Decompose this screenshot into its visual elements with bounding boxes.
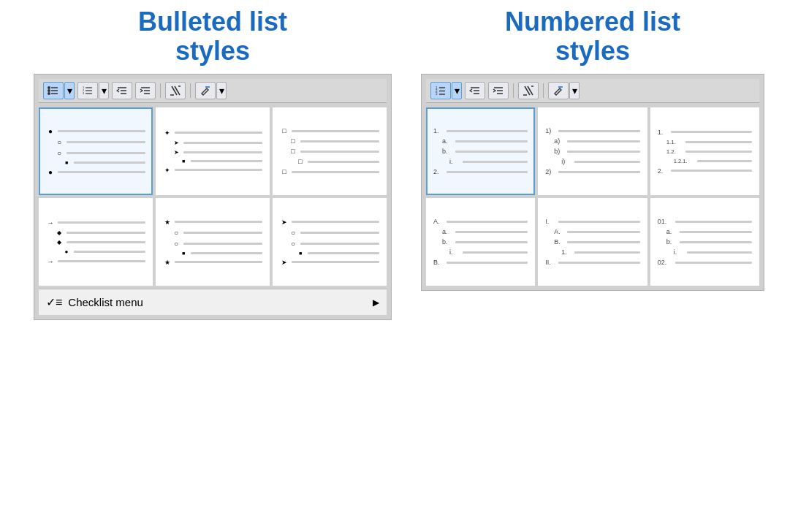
pen-dropdown-arrow[interactable]: ▾ — [216, 82, 227, 99]
bullet-style-card-1[interactable]: ● ○ ○ ■ ● — [39, 107, 153, 195]
list-row: ■ — [62, 160, 145, 165]
list-row: 2. — [658, 167, 752, 175]
list-row: B. — [554, 238, 639, 246]
list-row: □ — [280, 168, 379, 175]
toolbar-divider-2 — [190, 83, 191, 98]
toolbar-divider-3 — [513, 83, 514, 98]
numbered-title: Numbered list styles — [505, 7, 680, 65]
checklist-label: Checklist menu — [68, 296, 143, 308]
toolbar-divider-4 — [543, 83, 544, 98]
list-row: □ — [289, 148, 379, 155]
list-row: ➤ — [280, 218, 379, 226]
list-row: a. — [442, 228, 528, 235]
num-list-dropdown[interactable]: 1 2 3 ▾ — [77, 82, 109, 99]
pen-btn[interactable] — [195, 82, 216, 99]
num-list-btn[interactable]: 1 2 3 — [77, 82, 98, 99]
list-row: □ — [280, 127, 379, 134]
bullet-dropdown-arrow[interactable]: ▾ — [64, 82, 75, 99]
list-row: ● — [46, 127, 145, 135]
list-row: b) — [554, 148, 639, 155]
svg-line-36 — [528, 86, 533, 95]
indent-less-btn-2[interactable] — [465, 82, 485, 99]
bullet-style-card-4[interactable]: → ◆ ◆ ● → — [39, 198, 153, 286]
list-row: b. — [442, 238, 528, 246]
bulleted-panel: ▾ 1 2 3 ▾ — [34, 74, 392, 320]
list-row: ○ — [289, 240, 379, 248]
bullet-style-card-3[interactable]: □ □ □ □ □ — [273, 107, 387, 195]
svg-text:3: 3 — [436, 92, 438, 96]
pen-dropdown-arrow-2[interactable]: ▾ — [569, 82, 580, 99]
num-style-card-3[interactable]: 1. 1.1. 1.2. 1.2.1. 2. — [650, 107, 759, 195]
list-row: ● — [46, 168, 145, 176]
list-row: → — [46, 258, 145, 265]
list-row: ★ — [163, 259, 262, 266]
pen-btn-2[interactable] — [548, 82, 569, 99]
num-style-card-6[interactable]: 01. a. b. i. 02. — [650, 198, 759, 286]
list-row: B. — [433, 259, 528, 266]
clear-format-btn[interactable] — [165, 82, 186, 99]
list-row: 1. — [658, 129, 752, 136]
list-row: i) — [561, 158, 639, 165]
list-row: a. — [666, 228, 752, 235]
num-style-card-5[interactable]: I. A. B. 1. II. — [538, 198, 647, 286]
list-row: 1. — [433, 127, 528, 134]
list-row: ➤ — [172, 140, 262, 146]
list-row: 1.1. — [666, 139, 752, 145]
svg-line-19 — [175, 86, 180, 95]
toolbar-divider-1 — [160, 83, 161, 98]
bullet-style-card-2[interactable]: ✦ ➤ ➤ ■ ✦ — [156, 107, 270, 195]
list-row: 1.2. — [666, 148, 752, 155]
bulleted-styles-grid: ● ○ ○ ■ ● — [39, 107, 387, 286]
num-list-dropdown-2[interactable]: 1 2 3 ▾ — [430, 82, 462, 99]
num-dropdown-arrow[interactable]: ▾ — [99, 82, 109, 99]
bulleted-toolbar: ▾ 1 2 3 ▾ — [39, 79, 387, 103]
list-row: 1) — [545, 127, 639, 134]
svg-point-4 — [48, 93, 50, 94]
list-row: a. — [442, 137, 528, 145]
list-row: ○ — [172, 229, 262, 237]
num-style-card-4[interactable]: A. a. b. i. B. — [426, 198, 535, 286]
list-row: a) — [554, 137, 639, 145]
indent-less-btn[interactable] — [112, 82, 132, 99]
list-row: ■ — [179, 159, 262, 164]
list-row: II. — [545, 259, 639, 266]
bullet-list-btn[interactable] — [43, 82, 64, 99]
svg-point-0 — [48, 87, 50, 88]
list-row: A. — [554, 228, 639, 235]
pen-dropdown-2[interactable]: ▾ — [548, 82, 580, 99]
list-row: ● — [62, 248, 145, 255]
bulleted-section: Bulleted list styles ▾ — [34, 7, 392, 320]
numbered-toolbar: 1 2 3 ▾ — [426, 79, 759, 103]
num-style-card-2[interactable]: 1) a) b) i) 2) — [538, 107, 647, 195]
num-list-btn-2[interactable]: 1 2 3 — [430, 82, 451, 99]
checklist-arrow: ▶ — [373, 297, 379, 308]
numbered-styles-grid: 1. a. b. i. 2. — [426, 107, 759, 286]
num-style-card-1[interactable]: 1. a. b. i. 2. — [426, 107, 535, 195]
bullet-list-dropdown[interactable]: ▾ — [43, 82, 75, 99]
list-row: ★ — [163, 218, 262, 226]
list-row: ✦ — [163, 167, 262, 174]
list-row: i. — [674, 248, 752, 256]
list-row: 2) — [545, 168, 639, 175]
svg-line-18 — [172, 86, 177, 95]
clear-format-btn-2[interactable] — [518, 82, 539, 99]
indent-more-btn[interactable] — [135, 82, 156, 99]
list-row: ○ — [55, 149, 145, 157]
pen-dropdown[interactable]: ▾ — [195, 82, 227, 99]
list-row: → — [46, 219, 145, 227]
bullet-style-card-6[interactable]: ➤ ○ ○ ■ ➤ — [273, 198, 387, 286]
list-row: A. — [433, 218, 528, 225]
list-row: ➤ — [172, 149, 262, 156]
list-row: 1.2.1. — [674, 158, 752, 164]
list-row: I. — [545, 218, 639, 225]
indent-more-btn-2[interactable] — [488, 82, 509, 99]
bullet-style-card-5[interactable]: ★ ○ ○ ■ ★ — [156, 198, 270, 286]
list-row: ○ — [55, 138, 145, 146]
checklist-menu[interactable]: ✓≡ Checklist menu ▶ — [39, 289, 387, 315]
numbered-section: Numbered list styles 1 2 3 ▾ — [421, 7, 764, 291]
list-row: 01. — [658, 218, 752, 225]
list-row: ○ — [172, 240, 262, 248]
num-dropdown-arrow-2[interactable]: ▾ — [452, 82, 462, 99]
list-row: ◆ — [55, 229, 145, 236]
list-row: 2. — [433, 168, 528, 175]
